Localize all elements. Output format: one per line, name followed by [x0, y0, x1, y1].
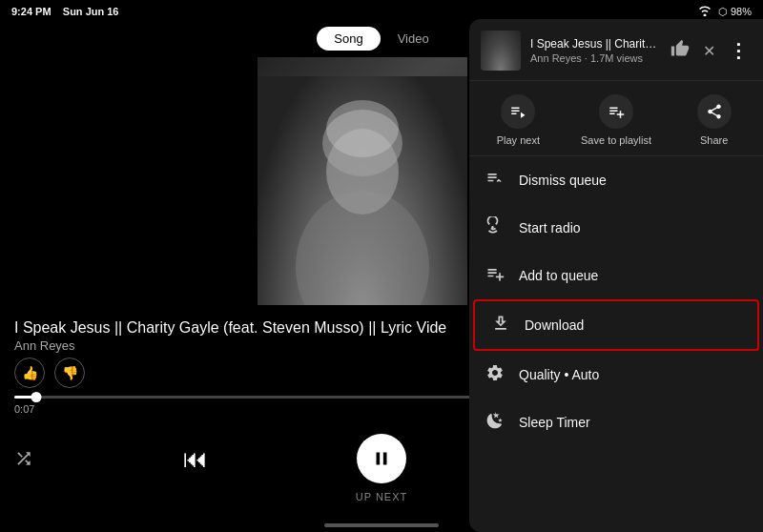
- prev-button[interactable]: ⏮: [183, 444, 208, 474]
- like-row: 👍 👎: [14, 358, 85, 388]
- share-action[interactable]: Share: [665, 94, 763, 146]
- menu-item-start-radio[interactable]: Start radio: [469, 204, 763, 252]
- share-icon: [697, 94, 732, 129]
- thumbs-up-panel-button[interactable]: [667, 35, 693, 67]
- download-label: Download: [525, 317, 584, 333]
- status-time: 9:24 PM: [11, 6, 52, 17]
- context-panel: I Speak Jesus || Charity G... Ann Reyes …: [469, 19, 763, 532]
- menu-item-sleep-timer[interactable]: Sleep Timer: [469, 399, 763, 446]
- thumbs-down-button[interactable]: 👎: [54, 358, 85, 388]
- panel-actions: ✕ ⋮: [667, 35, 752, 67]
- shuffle-button[interactable]: [14, 449, 33, 468]
- play-next-icon: [501, 94, 535, 129]
- quality-label: Quality • Auto: [519, 367, 599, 382]
- progress-dot: [31, 392, 42, 402]
- save-playlist-action[interactable]: Save to playlist: [567, 94, 666, 146]
- play-next-label: Play next: [497, 134, 540, 146]
- panel-subtitle: Ann Reyes · 1.7M views: [530, 52, 657, 64]
- tab-video[interactable]: Video: [381, 27, 446, 51]
- sleep-timer-label: Sleep Timer: [519, 415, 590, 430]
- song-info: I Speak Jesus || Charity Gayle (feat. St…: [14, 319, 446, 353]
- status-time-date: 9:24 PM Sun Jun 16: [11, 6, 119, 17]
- add-queue-label: Add to queue: [519, 268, 598, 283]
- menu-item-add-queue[interactable]: Add to queue: [469, 252, 763, 299]
- wifi-icon: [697, 5, 712, 19]
- panel-header: I Speak Jesus || Charity G... Ann Reyes …: [469, 19, 763, 81]
- download-icon: [490, 314, 511, 337]
- quality-icon: [485, 363, 505, 386]
- save-playlist-label: Save to playlist: [581, 134, 651, 146]
- quick-actions-row: Play next Save to playlist Share: [469, 81, 763, 156]
- home-indicator: [324, 523, 439, 527]
- panel-title: I Speak Jesus || Charity G...: [530, 37, 657, 51]
- time-current: 0:07: [14, 403, 34, 415]
- dismiss-queue-icon: [485, 169, 505, 192]
- svg-point-3: [326, 100, 399, 157]
- start-radio-icon: [485, 216, 505, 239]
- sleep-timer-icon: [485, 411, 505, 434]
- play-pause-button[interactable]: [357, 434, 406, 483]
- add-queue-icon: [485, 264, 505, 287]
- panel-thumb-bg: [481, 31, 521, 71]
- menu-list: Dismiss queue Start radio Add to queue: [469, 156, 763, 532]
- album-figure: [258, 76, 467, 305]
- battery-icon: ⬡ 98%: [718, 6, 752, 18]
- menu-item-dismiss-queue[interactable]: Dismiss queue: [469, 156, 763, 204]
- dismiss-queue-label: Dismiss queue: [519, 173, 607, 188]
- save-playlist-icon: [599, 94, 633, 129]
- share-label: Share: [700, 134, 728, 146]
- start-radio-label: Start radio: [519, 220, 581, 235]
- tab-song[interactable]: Song: [317, 27, 380, 51]
- thumbs-up-button[interactable]: 👍: [14, 358, 45, 388]
- status-date: Sun Jun 16: [63, 6, 119, 17]
- status-icons: ⬡ 98%: [697, 5, 752, 19]
- close-panel-button[interactable]: ✕: [699, 38, 719, 64]
- song-title: I Speak Jesus || Charity Gayle (feat. St…: [14, 319, 446, 337]
- menu-item-quality[interactable]: Quality • Auto: [469, 351, 763, 399]
- more-options-button[interactable]: ⋮: [725, 35, 752, 66]
- panel-thumbnail: [481, 31, 521, 71]
- album-art: S P E C I A L: [258, 57, 467, 305]
- play-next-action[interactable]: Play next: [469, 94, 567, 146]
- song-artist: Ann Reyes: [14, 338, 446, 353]
- menu-item-download[interactable]: Download: [473, 299, 759, 351]
- panel-title-area: I Speak Jesus || Charity G... Ann Reyes …: [530, 37, 657, 64]
